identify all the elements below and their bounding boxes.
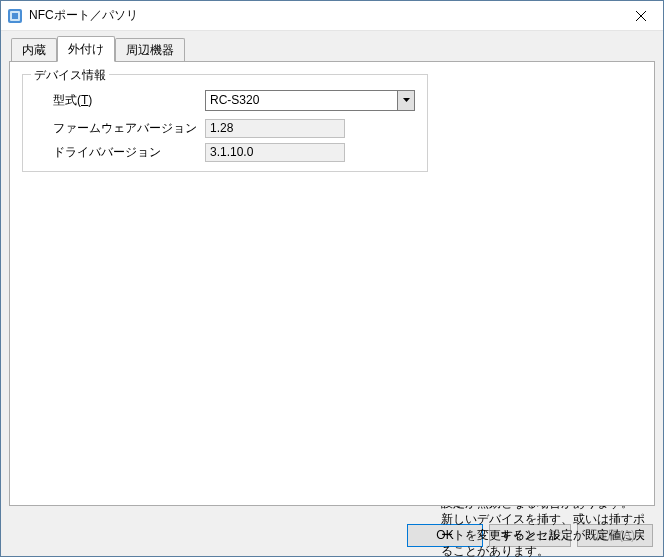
- tabstrip: 内蔵 外付け 周辺機器: [11, 39, 655, 61]
- app-icon: [7, 8, 23, 24]
- driver-value: 3.1.10.0: [205, 143, 345, 162]
- model-dropdown[interactable]: RC-S320: [205, 90, 415, 111]
- model-label: 型式(T): [53, 92, 205, 109]
- tab-external[interactable]: 外付け: [57, 36, 115, 62]
- client-area: 内蔵 外付け 周辺機器 デバイス情報 型式(T) RC-S320: [1, 31, 663, 516]
- row-driver: ドライババージョン 3.1.10.0: [53, 141, 417, 163]
- chevron-down-icon: [403, 98, 410, 102]
- close-button[interactable]: [618, 1, 663, 30]
- close-icon: [636, 11, 646, 21]
- svg-rect-2: [12, 13, 18, 19]
- row-firmware: ファームウェアバージョン 1.28: [53, 117, 417, 139]
- group-title: デバイス情報: [31, 67, 109, 84]
- dialog-window: NFCポート／パソリ 内蔵 外付け 周辺機器 デバイス情報 型式(T): [0, 0, 664, 557]
- model-label-text: 型式(: [53, 93, 81, 107]
- model-label-after: ): [88, 93, 92, 107]
- row-model: 型式(T) RC-S320: [53, 89, 417, 111]
- titlebar: NFCポート／パソリ: [1, 1, 663, 31]
- firmware-label: ファームウェアバージョン: [53, 120, 205, 137]
- svg-marker-5: [403, 98, 410, 102]
- window-title: NFCポート／パソリ: [29, 7, 138, 24]
- driver-label: ドライババージョン: [53, 144, 205, 161]
- dropdown-button[interactable]: [397, 91, 414, 110]
- model-dropdown-value: RC-S320: [206, 93, 397, 107]
- note-line3: 新しいデバイスを挿す、或いは挿すポートを変更すると、設定が既定値に戻ることがあり…: [441, 512, 645, 557]
- device-info-group: デバイス情報 型式(T) RC-S320: [22, 74, 428, 172]
- firmware-value: 1.28: [205, 119, 345, 138]
- tab-internal[interactable]: 内蔵: [11, 38, 57, 62]
- tab-peripheral[interactable]: 周辺機器: [115, 38, 185, 62]
- tabpage-external: デバイス情報 型式(T) RC-S320: [9, 61, 655, 506]
